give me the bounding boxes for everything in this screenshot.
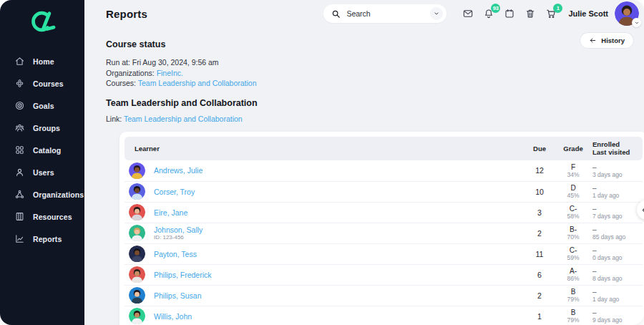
search-input[interactable] (346, 9, 418, 18)
organization-link[interactable]: FineInc. (157, 69, 183, 77)
table-row[interactable]: Andrews, Julie 12 F 34% – 3 days ago (125, 160, 643, 181)
last-visited-value: 1 day ago (592, 296, 643, 303)
enrolled-cell: – 9 days ago (592, 309, 643, 324)
reports-icon (14, 233, 25, 244)
grade-letter: C- (570, 246, 577, 254)
enrolled-value: – (592, 163, 643, 171)
courses-icon (14, 78, 25, 89)
app-logo[interactable] (0, 0, 84, 44)
sidebar-item-goals[interactable]: Goals (0, 94, 84, 117)
link-label: Link: (106, 115, 122, 123)
grade-cell: B 79% (554, 288, 592, 303)
page-title: Reports (106, 8, 147, 20)
learner-avatar (129, 246, 145, 262)
sidebar-item-label: Goals (33, 102, 54, 110)
table-row[interactable]: Corser, Troy 10 D 45% – 1 day ago (125, 181, 643, 202)
header-icons: 93 1 (462, 8, 557, 20)
learner-link[interactable]: Payton, Tess (154, 250, 197, 258)
home-icon (14, 56, 25, 67)
search-icon (331, 9, 341, 19)
report-meta: Run at: Fri Aug 30, 2024, 9:56 am Organi… (106, 57, 644, 89)
sidebar-item-resources[interactable]: Resources (0, 205, 84, 228)
learner-link[interactable]: Philips, Susan (154, 291, 202, 300)
table-row[interactable]: Johnson, Sally ID: 123-456 2 B- 70% – 85… (125, 223, 643, 243)
table-row[interactable]: Eire, Jane 3 C- 58% – 7 days ago (125, 202, 643, 223)
learner-link[interactable]: Philips, Frederick (154, 271, 212, 279)
column-grade: Grade (554, 145, 592, 152)
mail-icon[interactable] (462, 8, 474, 20)
sidebar-item-courses[interactable]: Courses (0, 72, 84, 94)
catalog-icon (14, 145, 25, 155)
enrolled-value: – (592, 288, 643, 296)
history-button-label: History (601, 37, 625, 44)
course-link-line: Link: Team Leadership and Collaboration (106, 115, 644, 123)
table-row[interactable]: Philips, Susan 2 B 79% – 1 day ago (125, 285, 643, 306)
grade-cell: D 45% (554, 184, 592, 199)
user-menu-chevron-icon[interactable] (632, 18, 641, 27)
due-cell: 2 (525, 229, 554, 238)
goals-icon (14, 100, 25, 111)
due-cell: 1 (525, 312, 554, 321)
learner-link[interactable]: Willis, John (154, 312, 192, 321)
learner-link[interactable]: Corser, Troy (154, 188, 195, 196)
learner-link[interactable]: Johnson, Sally (154, 225, 203, 234)
course-link[interactable]: Team Leadership and Collaboration (138, 79, 257, 87)
notifications-icon[interactable]: 93 (482, 8, 494, 20)
brand-logo-icon (24, 9, 61, 35)
users-icon (14, 167, 25, 178)
sidebar-item-organizations[interactable]: Organizations (0, 183, 84, 205)
due-cell: 10 (525, 188, 554, 196)
groups-icon (14, 122, 25, 133)
sidebar-item-groups[interactable]: Groups (0, 117, 84, 139)
search-scope-dropdown[interactable] (430, 7, 443, 20)
sidebar-item-users[interactable]: Users (0, 161, 84, 183)
learner-cell: Payton, Tess (125, 246, 525, 262)
column-enrolled-line1: Enrolled (592, 140, 643, 148)
learner-avatar (129, 225, 145, 241)
topbar: Reports 93 (84, 0, 644, 27)
table-body: Andrews, Julie 12 F 34% – 3 days ago (125, 160, 643, 325)
grade-cell: B 79% (554, 309, 592, 324)
sidebar-item-home[interactable]: Home (0, 50, 84, 72)
table-row[interactable]: Willis, John 1 B 79% – 9 days ago (125, 306, 643, 325)
column-enrolled: Enrolled Last visited (592, 140, 643, 156)
organizations-label: Organizations: (106, 69, 155, 77)
sidebar-item-label: Groups (33, 124, 60, 132)
grade-letter: B- (570, 225, 577, 233)
table-row[interactable]: Philips, Frederick 6 A- 86% – 8 days ago (125, 264, 643, 285)
last-visited-value: 7 days ago (592, 213, 643, 220)
run-at-line: Run at: Fri Aug 30, 2024, 9:56 am (106, 57, 644, 68)
grade-percent: 79% (567, 316, 579, 324)
sidebar-item-label: Courses (33, 79, 64, 88)
course-detail-link[interactable]: Team Leadership and Collaboration (124, 115, 243, 123)
last-visited-value: 3 days ago (592, 171, 643, 178)
sidebar-item-reports[interactable]: Reports (0, 228, 84, 250)
app-window: Home Courses Goals Groups Catalog Users (0, 0, 644, 325)
organizations-line: Organizations: FineInc. (106, 68, 644, 79)
learner-cell: Philips, Frederick (125, 266, 525, 283)
history-button[interactable]: History (580, 32, 634, 49)
enrolled-cell: – 1 day ago (592, 288, 643, 303)
learner-link[interactable]: Eire, Jane (154, 208, 187, 217)
grade-percent: 79% (567, 296, 579, 303)
trash-icon[interactable] (524, 8, 536, 20)
course-title: Team Leadership and Collaboration (106, 98, 644, 108)
table-header: Learner Due Grade Enrolled Last visited (125, 137, 643, 160)
sidebar-item-label: Resources (33, 213, 72, 221)
search-box[interactable] (323, 4, 447, 23)
grade-percent: 34% (567, 171, 579, 178)
cart-badge: 1 (553, 4, 562, 13)
grade-cell: F 34% (554, 163, 592, 178)
cart-icon[interactable]: 1 (545, 8, 557, 20)
column-enrolled-line2: Last visited (592, 148, 643, 156)
calendar-icon[interactable] (503, 8, 515, 20)
column-learner: Learner (125, 145, 525, 152)
sidebar-item-catalog[interactable]: Catalog (0, 139, 84, 161)
table-row[interactable]: Payton, Tess 11 C- 59% – 0 days ago (125, 243, 643, 264)
learner-cell: Johnson, Sally ID: 123-456 (125, 225, 525, 241)
learner-link[interactable]: Andrews, Julie (154, 166, 203, 175)
learner-cell: Corser, Troy (125, 183, 525, 200)
grade-percent: 59% (567, 254, 579, 261)
enrolled-value: – (592, 225, 643, 233)
user-avatar[interactable] (615, 1, 639, 26)
